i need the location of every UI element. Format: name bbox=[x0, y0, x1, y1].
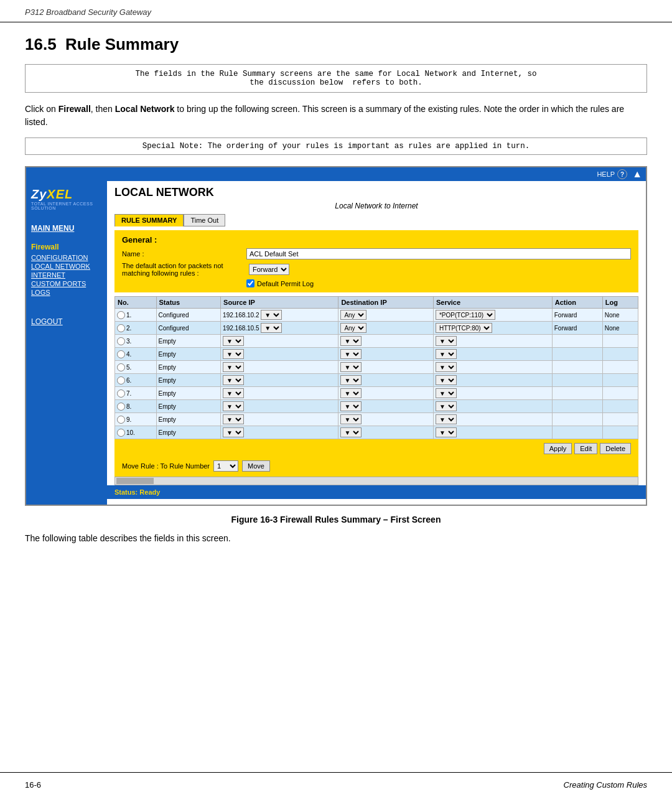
sidebar-item-logout[interactable]: LOGOUT bbox=[31, 317, 102, 326]
sidebar-item-logs[interactable]: LOGS bbox=[31, 289, 102, 296]
col-source-ip: Source IP bbox=[221, 297, 338, 309]
name-input[interactable] bbox=[246, 248, 631, 259]
sidebar-item-configuration[interactable]: CONFIGURATION bbox=[31, 254, 102, 261]
status-label: Status: bbox=[114, 488, 138, 496]
sidebar-firewall-header: Firewall bbox=[31, 243, 102, 251]
row5-radio[interactable] bbox=[117, 363, 125, 371]
zyxel-logo: ZyXEL TOTAL INTERNET ACCESS SOLUTION bbox=[31, 187, 102, 210]
table-row: 1. Configured 192.168.10.2 ▼ bbox=[115, 309, 638, 322]
row7-radio[interactable] bbox=[117, 389, 125, 398]
edit-button[interactable]: Edit bbox=[574, 443, 597, 454]
sidebar-item-custom-ports[interactable]: CUSTOM PORTS bbox=[31, 280, 102, 287]
tab-time-out[interactable]: Time Out bbox=[184, 214, 225, 226]
row1-radio[interactable] bbox=[117, 311, 125, 319]
special-note: Special Note: The ordering of your rules… bbox=[25, 137, 647, 155]
col-action: Action bbox=[552, 297, 602, 309]
col-log: Log bbox=[602, 297, 638, 309]
move-button[interactable]: Move bbox=[242, 460, 270, 472]
default-permit-row: Default Permit Log bbox=[246, 279, 631, 287]
page-header: P312 Broadband Security Gateway bbox=[0, 0, 672, 22]
row2-radio[interactable] bbox=[117, 324, 125, 332]
general-title: General : bbox=[122, 235, 631, 245]
help-button[interactable]: ? bbox=[617, 169, 627, 179]
intro-text: Click on Firewall, then Local Network to… bbox=[25, 103, 647, 129]
following-text: The following table describes the fields… bbox=[25, 533, 647, 543]
row10-radio[interactable] bbox=[117, 429, 125, 437]
ui-body: ZyXEL TOTAL INTERNET ACCESS SOLUTION MAI… bbox=[26, 181, 646, 505]
row2-source-select[interactable]: ▼ bbox=[261, 323, 282, 333]
forward-select[interactable]: Forward bbox=[249, 264, 289, 275]
row2-dest-select[interactable]: Any bbox=[340, 323, 366, 333]
row3-radio[interactable] bbox=[117, 337, 125, 345]
rules-table: No. Status Source IP Destination IP Serv… bbox=[114, 296, 638, 439]
sidebar-item-internet[interactable]: INTERNET bbox=[31, 271, 102, 279]
table-row: 6. Empty ▼ ▼ ▼ bbox=[115, 374, 638, 387]
table-row: 7. Empty ▼ ▼ ▼ bbox=[115, 387, 638, 400]
row1-dest-select[interactable]: Any bbox=[340, 310, 366, 320]
table-row: 8. Empty ▼ ▼ ▼ bbox=[115, 400, 638, 413]
action-row: Apply Edit Delete bbox=[114, 439, 638, 458]
default-action-row: The default action for packets not match… bbox=[122, 262, 631, 277]
name-label: Name : bbox=[122, 250, 246, 258]
default-permit-checkbox[interactable] bbox=[246, 279, 254, 287]
footer-chapter-title: Creating Custom Rules bbox=[564, 780, 647, 790]
table-row: 3. Empty ▼ ▼ ▼ bbox=[115, 335, 638, 348]
brand-tagline: TOTAL INTERNET ACCESS SOLUTION bbox=[31, 202, 102, 210]
content-title: LOCAL NETWORK bbox=[107, 181, 646, 200]
hscroll-bar[interactable] bbox=[114, 477, 638, 485]
col-no: No. bbox=[115, 297, 157, 309]
row1-service-select[interactable]: *POP(TCP:110) bbox=[436, 310, 495, 320]
move-rule-row: Move Rule : To Rule Number 1 Move bbox=[114, 458, 638, 477]
default-action-label: The default action for packets not match… bbox=[122, 262, 246, 277]
browser-topbar: HELP ? ▲ bbox=[26, 167, 646, 181]
brand-name: ZyXEL bbox=[31, 187, 102, 202]
row4-radio[interactable] bbox=[117, 350, 125, 358]
status-value: Ready bbox=[139, 488, 160, 496]
default-permit-label: Default Permit Log bbox=[257, 280, 314, 287]
note-box: The fields in the Rule Summary screens a… bbox=[25, 64, 647, 93]
table-row: 9. Empty ▼ ▼ ▼ bbox=[115, 413, 638, 426]
row9-radio[interactable] bbox=[117, 416, 125, 424]
table-row: 10. Empty ▼ ▼ ▼ bbox=[115, 426, 638, 439]
col-dest-ip: Destination IP bbox=[338, 297, 434, 309]
tab-rule-summary[interactable]: RULE SUMMARY bbox=[114, 214, 184, 226]
name-row: Name : bbox=[122, 248, 631, 259]
apply-button[interactable]: Apply bbox=[544, 443, 572, 454]
row1-source-select[interactable]: ▼ bbox=[261, 310, 282, 320]
footer-page-number: 16-6 bbox=[25, 780, 41, 790]
content-area: LOCAL NETWORK Local Network to Internet … bbox=[107, 181, 646, 505]
tabs-row: RULE SUMMARY Time Out bbox=[107, 214, 646, 226]
help-label: HELP bbox=[597, 170, 615, 178]
rules-table-wrapper: No. Status Source IP Destination IP Serv… bbox=[114, 296, 638, 439]
delete-button[interactable]: Delete bbox=[600, 443, 631, 454]
table-row: 4. Empty ▼ ▼ ▼ bbox=[115, 348, 638, 361]
table-row: 5. Empty ▼ ▼ ▼ bbox=[115, 361, 638, 374]
header-title: P312 Broadband Security Gateway bbox=[25, 7, 151, 17]
move-number-select[interactable]: 1 bbox=[213, 460, 238, 472]
sidebar-item-local-network[interactable]: LOCAL NETWORK bbox=[31, 263, 102, 270]
page-footer: 16-6 Creating Custom Rules bbox=[0, 772, 672, 797]
sidebar: ZyXEL TOTAL INTERNET ACCESS SOLUTION MAI… bbox=[26, 181, 107, 505]
status-bar: Status: Ready bbox=[107, 485, 646, 499]
row2-service-select[interactable]: HTTP(TCP:80) bbox=[436, 323, 492, 333]
content-subtitle: Local Network to Internet bbox=[107, 200, 646, 214]
table-row: 2. Configured 192.168.10.5 ▼ bbox=[115, 322, 638, 335]
ui-screenshot: HELP ? ▲ ZyXEL TOTAL INTERNET ACCESS SOL… bbox=[25, 166, 647, 506]
figure-caption: Figure 16-3 Firewall Rules Summary – Fir… bbox=[25, 515, 647, 524]
row8-radio[interactable] bbox=[117, 403, 125, 411]
move-rule-label: Move Rule : To Rule Number bbox=[122, 462, 210, 470]
col-status: Status bbox=[156, 297, 221, 309]
row6-radio[interactable] bbox=[117, 376, 125, 385]
section-title: 16.5 Rule Summary bbox=[25, 35, 647, 54]
general-section: General : Name : The default action for … bbox=[114, 230, 638, 292]
col-service: Service bbox=[433, 297, 552, 309]
sidebar-item-main-menu[interactable]: MAIN MENU bbox=[31, 224, 102, 233]
